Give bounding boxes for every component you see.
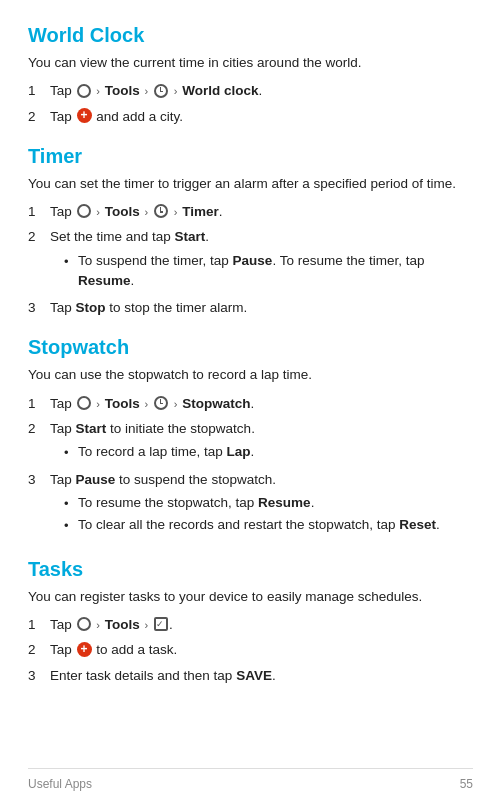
world-clock-step-1: 1 Tap › Tools › › World clock. [28,81,473,101]
footer-left: Useful Apps [28,777,92,791]
bullet-text: To record a lap time, tap Lap. [78,442,473,462]
footer: Useful Apps 55 [28,768,473,791]
step-content: Enter task details and then tap SAVE. [50,666,473,686]
bullet-item-1: • To resume the stopwatch, tap Resume. [64,493,473,514]
bullet-item-2: • To clear all the records and restart t… [64,515,473,536]
add-icon: + [77,642,92,657]
world-clock-section: World Clock You can view the current tim… [28,24,473,127]
step-content: Tap Stop to stop the timer alarm. [50,298,473,318]
world-clock-title: World Clock [28,24,473,47]
stopwatch-step-2: 2 Tap Start to initiate the stopwatch. •… [28,419,473,465]
footer-right: 55 [460,777,473,791]
step-num-1: 1 [28,202,50,222]
world-clock-desc: You can view the current time in cities … [28,53,473,73]
chevron-icon-3: › [174,204,178,221]
tasks-title: Tasks [28,558,473,581]
circle-icon [77,617,91,631]
chevron-icon-2: › [145,617,149,634]
step-num-2: 2 [28,419,50,439]
circle-icon [77,204,91,218]
timer-step-3: 3 Tap Stop to stop the timer alarm. [28,298,473,318]
timer-desc: You can set the timer to trigger an alar… [28,174,473,194]
step-num-3: 3 [28,470,50,490]
bullet-list: • To resume the stopwatch, tap Resume. •… [64,493,473,536]
bullet-dot: • [64,442,78,463]
bullet-text: To resume the stopwatch, tap Resume. [78,493,473,513]
tasks-step-1: 1 Tap › Tools › . [28,615,473,635]
check-icon [154,617,168,631]
step-num-3: 3 [28,298,50,318]
step-num-1: 1 [28,81,50,101]
step-num-2: 2 [28,227,50,247]
bullet-dot: • [64,515,78,536]
step-num-3: 3 [28,666,50,686]
chevron-icon: › [96,396,100,413]
world-clock-step-2: 2 Tap + and add a city. [28,107,473,127]
step-num-2: 2 [28,107,50,127]
bullet-item: • To record a lap time, tap Lap. [64,442,473,463]
stopwatch-step-1: 1 Tap › Tools › › Stopwatch. [28,394,473,414]
tasks-step-2: 2 Tap + to add a task. [28,640,473,660]
step-content: Tap Start to initiate the stopwatch. • T… [50,419,473,465]
step-content: Tap Pause to suspend the stopwatch. • To… [50,470,473,538]
stopwatch-step-3: 3 Tap Pause to suspend the stopwatch. • … [28,470,473,538]
step-content: Tap › Tools › . [50,615,473,635]
timer-step-1: 1 Tap › Tools › › Timer. [28,202,473,222]
timer-section: Timer You can set the timer to trigger a… [28,145,473,319]
bullet-text: To suspend the timer, tap Pause. To resu… [78,251,473,292]
bullet-text: To clear all the records and restart the… [78,515,473,535]
bullet-dot: • [64,493,78,514]
bullet-list: • To record a lap time, tap Lap. [64,442,473,463]
bullet-list: • To suspend the timer, tap Pause. To re… [64,251,473,292]
step-content: Set the time and tap Start. • To suspend… [50,227,473,293]
step-content: Tap › Tools › › Timer. [50,202,473,222]
step-num-1: 1 [28,615,50,635]
tasks-desc: You can register tasks to your device to… [28,587,473,607]
stopwatch-section: Stopwatch You can use the stopwatch to r… [28,336,473,538]
chevron-icon: › [96,83,100,100]
timer-title: Timer [28,145,473,168]
clock-icon [154,396,168,410]
step-num-2: 2 [28,640,50,660]
tasks-step-3: 3 Enter task details and then tap SAVE. [28,666,473,686]
chevron-icon-2: › [145,396,149,413]
timer-step-2: 2 Set the time and tap Start. • To suspe… [28,227,473,293]
clock-icon [154,204,168,218]
clock-icon [154,84,168,98]
chevron-icon: › [96,204,100,221]
chevron-icon: › [96,617,100,634]
add-icon: + [77,108,92,123]
bullet-item: • To suspend the timer, tap Pause. To re… [64,251,473,292]
step-content: Tap › Tools › › Stopwatch. [50,394,473,414]
step-2-content: Tap + and add a city. [50,107,473,127]
chevron-icon-3: › [174,396,178,413]
tasks-section: Tasks You can register tasks to your dev… [28,558,473,686]
chevron-icon-2: › [145,204,149,221]
step-1-content: Tap › Tools › › World clock. [50,81,473,101]
step-num-1: 1 [28,394,50,414]
chevron-icon-3: › [174,83,178,100]
circle-icon [77,396,91,410]
step-content: Tap + to add a task. [50,640,473,660]
chevron-icon-2: › [145,83,149,100]
stopwatch-desc: You can use the stopwatch to record a la… [28,365,473,385]
stopwatch-title: Stopwatch [28,336,473,359]
bullet-dot: • [64,251,78,272]
circle-icon [77,84,91,98]
